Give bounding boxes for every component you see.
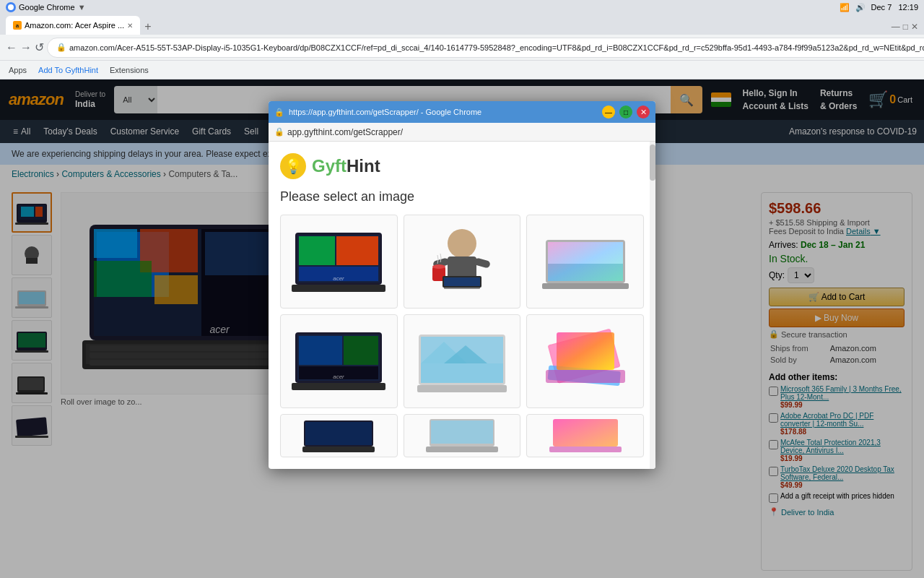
active-tab[interactable]: a Amazon.com: Acer Aspire ... ✕ (6, 16, 140, 35)
image-cell-8[interactable] (404, 414, 521, 457)
modal-minimize-button[interactable]: — (602, 105, 615, 118)
svg-rect-67 (444, 277, 480, 286)
modal-lock-icon: 🔒 (274, 108, 284, 117)
svg-rect-92 (305, 422, 372, 445)
browser-toolbar: ← → ↺ 🔒 amazon.com/Acer-A515-55T-53AP-Di… (0, 35, 924, 61)
bookmarks-bar: Apps Add To GyfthHint Extensions (0, 61, 924, 79)
bookmark-add-gyfthint[interactable]: Add To GyfthHint (38, 66, 98, 74)
image-cell-1[interactable]: acer (280, 215, 398, 309)
svg-rect-54 (299, 236, 335, 265)
modal-titlebar: 🔒 https://app.gyfthint.com/getScrapper/ … (269, 101, 655, 123)
gyfthint-modal: 🔒 https://app.gyfthint.com/getScrapper/ … (269, 101, 655, 469)
image-cell-4[interactable]: acer (280, 314, 398, 408)
svg-rect-97 (553, 419, 618, 447)
back-button[interactable]: ← (6, 39, 17, 56)
modal-body: 💡 GyftHint Please select an image (269, 142, 655, 469)
svg-rect-72 (548, 242, 623, 281)
gyft-part: Gyft (312, 156, 346, 176)
svg-rect-85 (417, 385, 507, 392)
tab-favicon: a (13, 21, 22, 30)
svg-rect-93 (302, 447, 375, 452)
modal-url-text: https://app.gyfthint.com/getScrapper/ - … (289, 108, 598, 116)
svg-rect-98 (549, 447, 622, 452)
image-cell-7[interactable] (280, 414, 398, 457)
svg-rect-96 (426, 447, 498, 452)
bulb-icon: 💡 (280, 153, 306, 179)
svg-rect-84 (421, 363, 503, 383)
wifi-icon: 📶 (840, 3, 850, 12)
image-cell-3[interactable] (526, 215, 644, 309)
image-cell-2[interactable] (404, 215, 521, 309)
tab-label: Amazon.com: Acer Aspire ... (25, 21, 124, 30)
hint-part: Hint (346, 156, 380, 176)
svg-text:acer: acer (334, 374, 345, 380)
datetime-display: Dec 7 12:19 (871, 3, 918, 12)
svg-rect-89 (557, 332, 614, 370)
modal-maximize-button[interactable]: □ (619, 105, 632, 118)
image-grid: acer (280, 215, 644, 457)
close-window-button[interactable]: ✕ (911, 22, 918, 32)
restore-window-button[interactable]: □ (903, 22, 908, 32)
chrome-dropdown[interactable]: ▼ (78, 3, 86, 12)
window-controls: — □ ✕ (892, 22, 918, 32)
modal-address-bar[interactable]: 🔒 app.gyfthint.com/getScrapper/ (269, 123, 655, 142)
svg-rect-78 (292, 383, 385, 390)
gyfthint-header: 💡 GyftHint (280, 153, 644, 179)
modal-close-button[interactable]: ✕ (637, 105, 650, 118)
url-text: amazon.com/Acer-A515-55T-53AP-Display-i5… (69, 43, 924, 52)
svg-rect-71 (542, 283, 629, 289)
reload-button[interactable]: ↺ (35, 39, 44, 56)
svg-text:acer: acer (334, 275, 345, 282)
svg-rect-90 (546, 370, 625, 383)
address-bar[interactable]: 🔒 amazon.com/Acer-A515-55T-53AP-Display-… (47, 38, 924, 58)
bookmark-extensions[interactable]: Extensions (110, 66, 149, 74)
image-cell-5[interactable] (404, 314, 521, 408)
modal-address-lock-icon: 🔒 (274, 127, 284, 137)
image-cell-6[interactable] (526, 314, 644, 408)
svg-point-64 (432, 264, 445, 269)
select-image-title: Please select an image (280, 189, 644, 204)
minimize-window-button[interactable]: — (892, 22, 900, 32)
image-cell-9[interactable] (526, 414, 644, 457)
browser-title: Google Chrome (19, 3, 75, 12)
modal-scrollbar-thumb[interactable] (650, 144, 655, 181)
browser-favicon (6, 2, 16, 12)
modal-scrollbar[interactable] (650, 142, 655, 469)
forward-button[interactable]: → (20, 39, 32, 56)
system-tray: 📶 🔊 Dec 7 12:19 (840, 3, 918, 12)
svg-rect-57 (292, 285, 385, 292)
modal-overlay: 🔒 https://app.gyfthint.com/getScrapper/ … (0, 79, 924, 578)
tab-close-button[interactable]: ✕ (127, 22, 133, 30)
secure-lock-icon: 🔒 (56, 43, 66, 52)
svg-rect-95 (431, 420, 493, 444)
svg-point-59 (448, 229, 476, 258)
new-tab-button[interactable]: + (140, 20, 155, 33)
svg-rect-75 (299, 336, 342, 365)
volume-icon: 🔊 (855, 3, 866, 12)
svg-rect-76 (344, 336, 378, 365)
amazon-page: amazon Deliver to India All 🔍 Hello, Sig… (0, 79, 924, 578)
svg-rect-55 (336, 236, 378, 265)
bookmark-apps[interactable]: Apps (9, 66, 27, 74)
gyfthint-logo: GyftHint (312, 156, 380, 176)
modal-address-text: app.gyfthint.com/getScrapper/ (287, 127, 403, 137)
